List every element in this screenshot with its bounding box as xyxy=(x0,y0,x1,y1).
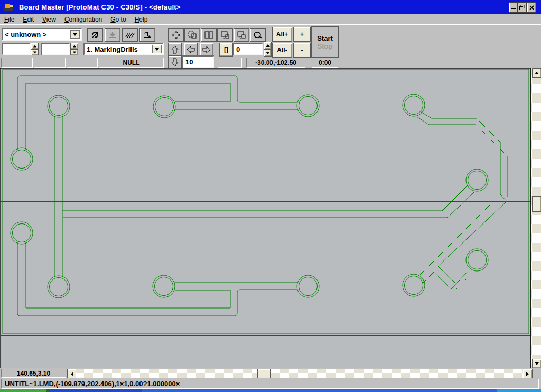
pcb-svg xyxy=(0,68,531,368)
restore-icon xyxy=(519,5,525,10)
scroll-right-button[interactable] xyxy=(523,369,533,379)
bring-front-icon xyxy=(237,31,246,39)
mirror-windows-button[interactable] xyxy=(201,28,217,42)
y-coordinate-input[interactable] xyxy=(41,43,70,55)
download-disabled-icon xyxy=(108,31,117,39)
menu-file[interactable]: File xyxy=(0,15,18,24)
spinner-up-icon[interactable] xyxy=(70,43,78,49)
arrow-down-icon xyxy=(535,362,539,365)
menu-goto[interactable]: Go to xyxy=(106,15,130,24)
scroll-down-button[interactable] xyxy=(532,359,541,368)
jog-left-button[interactable] xyxy=(184,43,198,57)
vertical-scrollbar[interactable] xyxy=(531,68,541,368)
minimize-icon xyxy=(511,8,516,9)
hatch-area-icon xyxy=(125,31,135,39)
start-label: Start xyxy=(317,34,333,42)
status-cell-3 xyxy=(67,58,98,68)
menu-edit[interactable]: Edit xyxy=(18,15,38,24)
vscroll-track[interactable] xyxy=(531,68,541,368)
taskbar-tray xyxy=(497,389,541,392)
taskbar[interactable] xyxy=(0,389,541,392)
step-value: 0 xyxy=(236,45,240,53)
status-cell-1 xyxy=(1,58,33,68)
spinner-down-icon[interactable] xyxy=(31,49,39,55)
menu-view[interactable]: View xyxy=(38,15,60,24)
spinner-up-icon[interactable] xyxy=(264,42,272,49)
cursor-coordinates-cell: 140.65,3.10 xyxy=(1,369,66,378)
all-minus-button[interactable]: All- xyxy=(272,43,292,58)
start-stop-button[interactable]: Start Stop xyxy=(311,26,339,58)
zoom-icon xyxy=(253,31,263,39)
spinner-up-icon[interactable] xyxy=(31,43,39,49)
place-board-icon xyxy=(143,31,152,39)
title-bar[interactable]: Board Master [ProtoMat C30 - C30/S] - <d… xyxy=(0,0,541,14)
arrow-right-icon xyxy=(202,46,211,53)
chevron-down-icon[interactable] xyxy=(152,45,162,53)
taskbar-section xyxy=(49,389,142,392)
copy-selection-button[interactable] xyxy=(184,28,200,42)
close-icon xyxy=(529,5,534,10)
tool-status-cell: NULL xyxy=(99,58,164,68)
phase-combobox[interactable]: 1. MarkingDrills xyxy=(83,43,164,55)
milling-area-button[interactable] xyxy=(122,28,138,42)
pcb-canvas[interactable] xyxy=(0,68,531,368)
zoom-button[interactable] xyxy=(250,28,266,42)
place-board-button[interactable] xyxy=(139,28,155,42)
all-plus-button[interactable]: All+ xyxy=(272,27,292,42)
depth-input[interactable]: 10 xyxy=(182,55,214,68)
mirror-windows-icon xyxy=(204,31,213,39)
status-cell-4 xyxy=(218,58,242,68)
spinner-down-icon[interactable] xyxy=(70,49,78,55)
position-cell: -30.00,-102.50 xyxy=(246,58,305,68)
file-info-panel: UNTITL~1.LMD,(-109.879,202.406),1×1,0.00… xyxy=(1,379,539,389)
vscroll-thumb[interactable] xyxy=(532,196,541,212)
arrow-left-icon xyxy=(71,372,73,376)
phase-value: 1. MarkingDrills xyxy=(87,45,138,53)
x-coordinate-input[interactable] xyxy=(2,43,31,55)
application-window: Board Master [ProtoMat C30 - C30/S] - <d… xyxy=(0,0,541,392)
brackets-button[interactable]: [] xyxy=(219,43,233,57)
y-spinner[interactable] xyxy=(70,43,78,55)
connect-machine-button[interactable] xyxy=(87,28,103,42)
restore-button[interactable] xyxy=(517,2,527,13)
import-button[interactable] xyxy=(105,28,120,42)
scroll-up-button[interactable] xyxy=(532,68,541,78)
tool-head-combobox[interactable]: < unknown > xyxy=(2,28,82,41)
send-back-button[interactable] xyxy=(217,28,233,42)
arrow-left-icon xyxy=(186,46,195,53)
move-icon xyxy=(172,31,181,40)
tool-head-value: < unknown > xyxy=(5,31,46,39)
depth-value: 10 xyxy=(185,58,193,66)
taskbar-window-button[interactable] xyxy=(142,389,497,392)
app-icon xyxy=(3,3,14,11)
chevron-down-icon[interactable] xyxy=(70,30,80,39)
jog-right-button[interactable] xyxy=(200,43,213,57)
arrow-right-icon xyxy=(526,372,529,376)
hscroll-track[interactable] xyxy=(76,369,523,378)
bring-front-button[interactable] xyxy=(234,28,249,42)
jog-up-button[interactable] xyxy=(168,43,182,57)
time-cell: 0:00 xyxy=(312,58,338,68)
step-spinner[interactable] xyxy=(264,42,272,57)
arrow-up-icon xyxy=(171,45,179,54)
hscroll-row: 140.65,3.10 xyxy=(0,368,541,378)
arrow-up-icon xyxy=(535,72,539,74)
window-title: Board Master [ProtoMat C30 - C30/S] - <d… xyxy=(19,3,181,11)
menu-help[interactable]: Help xyxy=(130,15,152,24)
plus-button[interactable]: + xyxy=(293,27,311,42)
spinner-down-icon[interactable] xyxy=(264,49,272,57)
step-input[interactable]: 0 xyxy=(233,43,263,55)
menu-configuration[interactable]: Configuration xyxy=(60,15,106,24)
refresh-slash-icon xyxy=(90,31,100,39)
status-bar: UNTITL~1.LMD,(-109.879,202.406),1×1,0.00… xyxy=(0,378,541,389)
copy-selection-icon xyxy=(188,31,197,39)
toolbar: < unknown > xyxy=(0,24,541,68)
move-selection-button[interactable] xyxy=(168,28,184,42)
status-cell-2 xyxy=(34,58,66,68)
x-spinner[interactable] xyxy=(31,43,39,55)
minus-button[interactable]: - xyxy=(293,43,311,58)
close-button[interactable] xyxy=(527,2,536,13)
stop-label: Stop xyxy=(318,42,333,50)
hscroll-thumb[interactable] xyxy=(257,369,271,379)
taskbar-start-button[interactable] xyxy=(0,389,46,392)
